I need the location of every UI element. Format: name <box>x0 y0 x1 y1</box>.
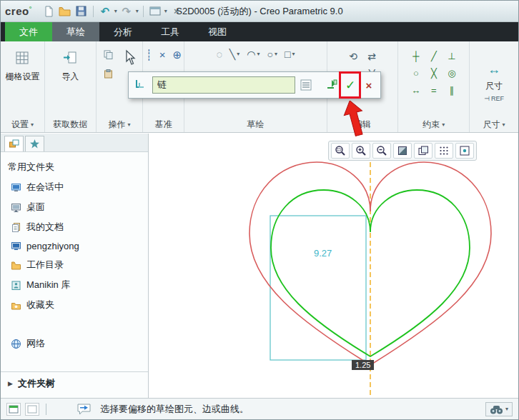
binoculars-icon <box>490 404 503 414</box>
folder-browser-icon <box>9 139 20 149</box>
group-settings: 栅格设置 设置▾ <box>1 41 45 132</box>
folder-tree-toggle[interactable]: ▶ 文件夹树 <box>1 371 148 395</box>
undo-icon: ↶ <box>101 5 110 18</box>
dimension-value-height[interactable]: 9.27 <box>314 248 332 259</box>
undo-dropdown[interactable]: ▾ <box>114 9 117 14</box>
centerline-tool[interactable]: ┊ <box>146 49 152 61</box>
coincident-constraint-tool[interactable]: ◎ <box>448 68 455 79</box>
redo-button[interactable]: ↷ <box>119 4 134 19</box>
sidebar-item-favorites[interactable]: 收藏夹 <box>1 295 148 315</box>
import-button[interactable]: 导入 <box>59 47 81 86</box>
select-button[interactable] <box>119 47 139 69</box>
navigator-tabs <box>1 134 148 152</box>
horizontal-constraint-tool[interactable]: ╱ <box>431 51 437 61</box>
caret-icon: ▾ <box>31 122 34 128</box>
flip-direction-button[interactable] <box>324 76 340 94</box>
sidebar-item-network[interactable]: 网络 <box>1 334 148 354</box>
cancel-button[interactable]: × <box>361 76 377 94</box>
redo-dropdown[interactable]: ▾ <box>136 9 139 14</box>
paste-button[interactable] <box>100 66 117 81</box>
group-label-constrain[interactable]: 约束▾ <box>398 117 469 132</box>
rectangle-tool[interactable]: □▾ <box>282 47 297 61</box>
favorites-folder-icon <box>11 300 21 311</box>
grid-toggle-button[interactable] <box>435 143 453 159</box>
group-label-dimension[interactable]: 尺寸▾ <box>470 117 518 132</box>
undo-button[interactable]: ↶ <box>98 4 112 19</box>
sidebar-item-my-documents[interactable]: 我的文档 <box>1 217 148 237</box>
sidebar-item-user-computer[interactable]: pengzhiyong <box>1 237 148 255</box>
window-switch-dropdown[interactable]: ▾ <box>164 9 167 14</box>
circle-tool[interactable]: ○▾ <box>265 47 280 61</box>
close-window-button[interactable]: × <box>169 4 184 19</box>
group-get-data: 导入 获取数据 <box>45 41 97 132</box>
sidebar-item-desktop[interactable]: 桌面 <box>1 197 148 217</box>
group-label-operations[interactable]: 操作▾ <box>97 117 143 132</box>
group-label-datum: 基准 <box>143 117 184 132</box>
dimension-icon: ↔ <box>488 62 500 77</box>
sidebar-item-in-session[interactable]: 在会话中 <box>1 177 148 197</box>
coordinate-system-tool[interactable]: ⊕ <box>172 49 182 61</box>
dimension-value-tooltip[interactable]: 1.25 <box>352 360 374 370</box>
parallel-constraint-tool[interactable]: ∥ <box>450 85 455 96</box>
equal-constraint-tool[interactable]: = <box>431 85 437 96</box>
sketch-graphics <box>149 134 519 398</box>
accept-button[interactable]: ✓ <box>342 76 358 94</box>
saved-views-button[interactable] <box>414 143 432 159</box>
zoom-in-button[interactable] <box>352 143 370 159</box>
copy-button[interactable] <box>100 47 117 62</box>
tab-view[interactable]: 视图 <box>194 22 241 41</box>
symmetric-constraint-tool[interactable]: ↔ <box>411 85 420 96</box>
zoom-box-icon <box>335 145 346 156</box>
sketch-canvas[interactable]: 9.27 1.25 <box>149 134 519 398</box>
favorites-star-icon <box>29 139 40 149</box>
midpoint-constraint-tool[interactable]: ╳ <box>431 68 437 79</box>
tangent-constraint-tool[interactable]: ○ <box>413 68 419 79</box>
display-style-button[interactable] <box>393 143 412 159</box>
zoom-in-icon <box>355 145 367 156</box>
grid-settings-button[interactable]: 栅格设置 <box>3 47 41 86</box>
find-dropdown-icon[interactable]: ▾ <box>505 406 508 412</box>
sidebar-item-label: 网络 <box>26 337 45 350</box>
tab-sketch[interactable]: 草绘 <box>52 22 99 41</box>
new-file-button[interactable] <box>41 4 56 19</box>
dimension-button[interactable]: ↔ 尺寸 <box>485 62 503 92</box>
zoom-box-button[interactable] <box>331 143 350 159</box>
sidebar-item-working-directory[interactable]: 工作目录 <box>1 255 148 275</box>
navigator-toggle-button[interactable] <box>25 403 39 416</box>
reference-dimension-button[interactable]: ⊣ REF <box>484 95 504 102</box>
open-file-button[interactable] <box>58 4 72 19</box>
modify-tool[interactable]: ⟲ <box>349 51 357 62</box>
save-button[interactable] <box>74 4 89 19</box>
model-tree-toggle-button[interactable] <box>6 403 21 416</box>
tab-analysis[interactable]: 分析 <box>99 22 147 41</box>
tab-tools[interactable]: 工具 <box>147 22 194 41</box>
manikin-library-icon <box>11 280 21 291</box>
caret-icon: ▾ <box>292 51 295 57</box>
line-tool[interactable]: ╲▾ <box>227 47 242 61</box>
window-switch-button[interactable] <box>148 4 162 19</box>
group-label-settings[interactable]: 设置▾ <box>1 117 44 132</box>
heart-outer-curve[interactable] <box>249 162 491 365</box>
tab-folder-browser[interactable] <box>4 136 24 151</box>
perpendicular-constraint-tool[interactable]: ⊥ <box>448 51 455 61</box>
select-cursor-icon <box>122 49 137 66</box>
chain-type-input[interactable] <box>152 76 295 94</box>
point-tool[interactable]: × <box>159 49 166 61</box>
tab-file[interactable]: 文件 <box>5 22 52 41</box>
find-button[interactable]: ▾ <box>485 402 513 416</box>
sidebar-item-label: 在会话中 <box>26 181 64 194</box>
tab-favorites[interactable] <box>25 136 44 151</box>
copy-icon <box>103 49 114 60</box>
caret-icon: ▾ <box>275 51 277 57</box>
vertical-constraint-tool[interactable]: ┼ <box>412 51 419 61</box>
window-empty-icon <box>27 405 37 414</box>
zoom-out-button[interactable] <box>372 143 391 159</box>
open-folder-icon <box>59 6 71 17</box>
annotation-display-button[interactable] <box>455 143 474 159</box>
mirror-tool[interactable]: ⇄ <box>367 51 376 62</box>
arc-tool[interactable]: ◠▾ <box>244 47 262 61</box>
construction-mode-tool[interactable]: ◌ <box>214 47 225 61</box>
zoom-out-icon <box>376 145 387 156</box>
list-button[interactable] <box>298 76 314 94</box>
sidebar-item-manikin-library[interactable]: Manikin 库 <box>1 275 148 295</box>
